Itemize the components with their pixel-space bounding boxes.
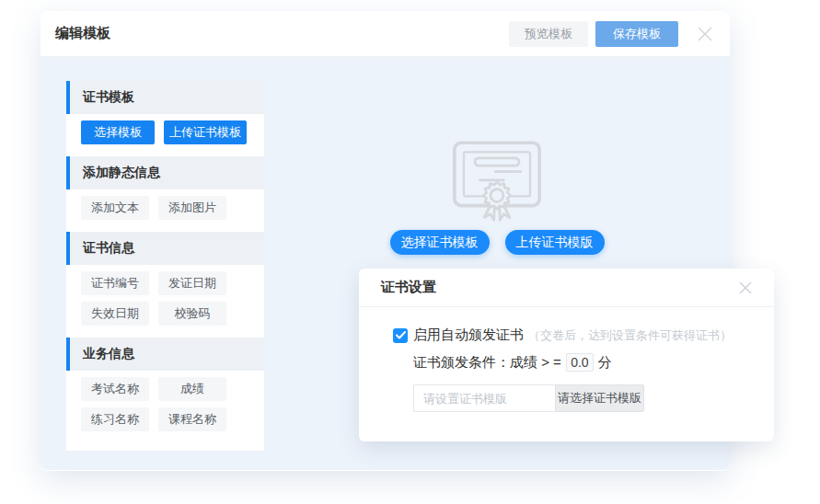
score-button[interactable]: 成绩 bbox=[158, 377, 226, 401]
settings-body: 启用自动颁发证书 （交卷后，达到设置条件可获得证书） 证书颁发条件：成绩 > =… bbox=[359, 307, 774, 412]
sidebar-button-row: 选择模板上传证书模板 bbox=[66, 114, 264, 156]
sidebar-section-title: 添加静态信息 bbox=[66, 156, 264, 189]
issue-date-button[interactable]: 发证日期 bbox=[158, 271, 226, 295]
upload-certificate-template-button[interactable]: 上传证书模版 bbox=[505, 230, 605, 255]
verification-code-button[interactable]: 校验码 bbox=[158, 302, 226, 326]
auto-issue-checkbox[interactable] bbox=[393, 328, 408, 343]
sidebar-section-title: 业务信息 bbox=[66, 338, 264, 371]
certificate-settings-panel: 证书设置 启用自动颁发证书 （交卷后，达到设置条件可获得证书） 证书颁发条件 bbox=[359, 269, 774, 441]
template-name-input[interactable] bbox=[413, 384, 555, 412]
certificate-number-button[interactable]: 证书编号 bbox=[81, 271, 149, 295]
select-certificate-template-button[interactable]: 选择证书模板 bbox=[390, 230, 490, 255]
settings-title: 证书设置 bbox=[381, 279, 436, 296]
expiry-date-button[interactable]: 失效日期 bbox=[81, 302, 149, 326]
template-picker-row: 请选择证书模版 bbox=[393, 384, 752, 412]
auto-issue-label: 启用自动颁发证书 bbox=[413, 326, 524, 344]
select-template-button[interactable]: 选择模板 bbox=[81, 120, 155, 144]
upload-certificate-template-button[interactable]: 上传证书模板 bbox=[164, 120, 247, 144]
settings-header: 证书设置 bbox=[359, 269, 774, 307]
page-title: 编辑模板 bbox=[55, 25, 110, 42]
score-threshold-input[interactable]: 0.0 bbox=[566, 353, 594, 372]
practice-name-button[interactable]: 练习名称 bbox=[81, 407, 149, 431]
exam-name-button[interactable]: 考试名称 bbox=[81, 377, 149, 401]
save-template-button[interactable]: 保存模板 bbox=[595, 21, 678, 47]
canvas-actions: 选择证书模板 上传证书模版 bbox=[390, 230, 605, 255]
preview-template-button[interactable]: 预览模板 bbox=[509, 21, 588, 47]
card-header: 编辑模板 预览模板 保存模板 bbox=[40, 11, 730, 57]
sidebar-button-row: 添加文本添加图片 bbox=[66, 189, 264, 232]
close-icon[interactable] bbox=[693, 22, 717, 46]
edit-template-modal: 编辑模板 预览模板 保存模板 证书模板 选择模板上传证书模板 bbox=[0, 0, 820, 504]
course-name-button[interactable]: 课程名称 bbox=[158, 407, 226, 431]
sidebar-section: 业务信息 考试名称成绩练习名称课程名称 bbox=[66, 338, 264, 443]
add-text-button[interactable]: 添加文本 bbox=[81, 196, 149, 220]
auto-issue-hint: （交卷后，达到设置条件可获得证书） bbox=[528, 327, 732, 344]
condition-label: 证书颁发条件：成绩 > = bbox=[413, 354, 561, 372]
certificate-placeholder-icon bbox=[445, 134, 549, 223]
sidebar-section: 添加静态信息 添加文本添加图片 bbox=[66, 156, 264, 232]
sidebar-button-row: 考试名称成绩练习名称课程名称 bbox=[66, 371, 264, 443]
sidebar-section-title: 证书模板 bbox=[66, 81, 264, 114]
auto-issue-row: 启用自动颁发证书 （交卷后，达到设置条件可获得证书） bbox=[393, 326, 752, 344]
issue-condition-row: 证书颁发条件：成绩 > = 0.0 分 bbox=[393, 353, 752, 372]
header-actions: 预览模板 保存模板 bbox=[509, 21, 717, 47]
sidebar: 证书模板 选择模板上传证书模板 添加静态信息 添加文本添加图片 证书信息 证书编… bbox=[66, 81, 264, 451]
choose-template-button[interactable]: 请选择证书模版 bbox=[555, 384, 644, 412]
sidebar-section: 证书信息 证书编号发证日期失效日期校验码 bbox=[66, 232, 264, 338]
sidebar-section: 证书模板 选择模板上传证书模板 bbox=[66, 81, 264, 156]
sidebar-section-title: 证书信息 bbox=[66, 232, 264, 265]
sidebar-button-row: 证书编号发证日期失效日期校验码 bbox=[66, 265, 264, 338]
settings-close-icon[interactable] bbox=[733, 276, 757, 300]
add-image-button[interactable]: 添加图片 bbox=[158, 196, 226, 220]
condition-unit: 分 bbox=[598, 354, 612, 372]
